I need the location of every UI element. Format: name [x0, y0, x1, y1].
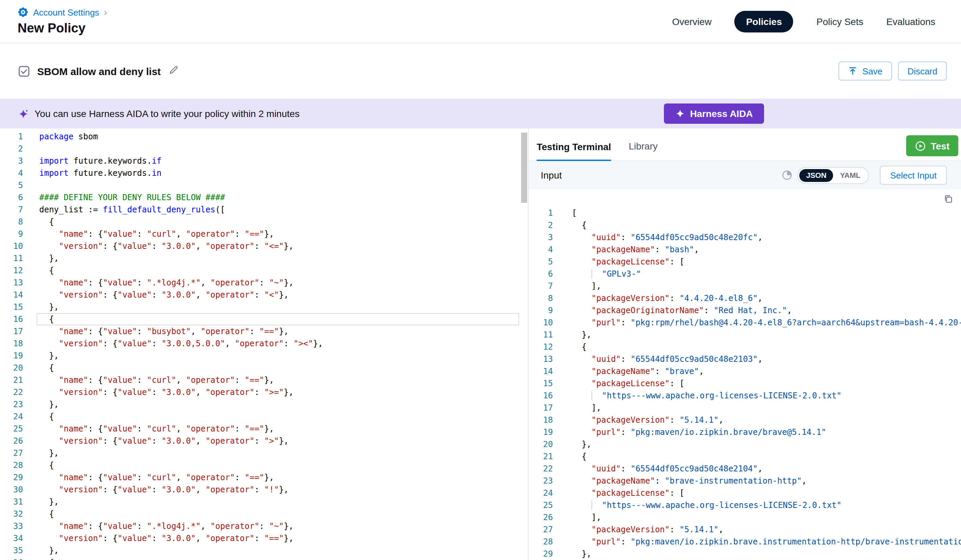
- editor-line[interactable]: 10 "purl": "pkg:rpm/rhel/bash@4.4.20-4.e…: [529, 316, 961, 329]
- editor-line[interactable]: 32 {: [0, 508, 528, 520]
- code-token: : {: [88, 327, 103, 336]
- editor-line[interactable]: 7deny_list := fill_default_deny_rules([: [0, 204, 528, 216]
- editor-line[interactable]: 6#### DEFINE YOUR DENY RULES BELOW ####: [0, 191, 528, 204]
- editor-line[interactable]: 19 "purl": "pkg:maven/io.zipkin.brave/br…: [529, 426, 961, 438]
- editor-line[interactable]: 16 "https---www.apache.org-licenses-LICE…: [529, 390, 961, 402]
- editor-line[interactable]: 5 "packageLicense": [: [529, 256, 961, 268]
- select-input-button[interactable]: Select Input: [880, 166, 947, 185]
- editor-line[interactable]: 23 },: [0, 398, 528, 411]
- toggle-json[interactable]: JSON: [799, 169, 833, 181]
- tab-library[interactable]: Library: [629, 141, 658, 160]
- discard-button[interactable]: Discard: [898, 61, 947, 80]
- editor-line[interactable]: 28 {: [0, 459, 528, 472]
- pie-chart-icon[interactable]: [782, 170, 792, 181]
- editor-line[interactable]: 28 "purl": "pkg:maven/io.zipkin.brave.in…: [529, 536, 961, 548]
- editor-line[interactable]: 27 },: [0, 447, 528, 459]
- editor-line[interactable]: 8 "packageVersion": "4.4.20-4.el8_6",: [529, 292, 961, 304]
- editor-line[interactable]: 26 "version": {"value": "3.0.0", "operat…: [0, 435, 528, 447]
- line-number: 15: [529, 377, 561, 390]
- editor-line[interactable]: 15 },: [0, 301, 528, 313]
- tab-policy-sets[interactable]: Policy Sets: [816, 16, 863, 27]
- tab-overview[interactable]: Overview: [672, 16, 712, 27]
- editor-line[interactable]: 24 {: [0, 411, 528, 423]
- editor-line[interactable]: 1[: [529, 207, 961, 219]
- editor-line[interactable]: 2 {: [529, 219, 961, 231]
- editor-line[interactable]: 19 },: [0, 350, 528, 362]
- save-button[interactable]: Save: [839, 61, 892, 80]
- editor-scrollbar-thumb[interactable]: [521, 133, 527, 203]
- code-token: ,: [802, 476, 806, 486]
- editor-line[interactable]: 30 "version": {"value": "3.0.0", "operat…: [0, 484, 528, 496]
- editor-line[interactable]: 11 },: [529, 329, 961, 341]
- editor-line[interactable]: 29 },: [529, 548, 961, 560]
- editor-line[interactable]: 15 "packageLicense": [: [529, 377, 961, 390]
- editor-line[interactable]: 36 {: [0, 557, 528, 560]
- editor-line[interactable]: 18 "packageVersion": "5.14.1",: [529, 414, 961, 426]
- line-number: 12: [529, 341, 561, 353]
- editor-line[interactable]: 5: [0, 179, 528, 191]
- editor-line[interactable]: 22 "version": {"value": "3.0.0", "operat…: [0, 386, 528, 398]
- editor-line[interactable]: 4import future.keywords.in: [0, 167, 528, 179]
- code-token: "operator": [186, 375, 235, 385]
- harness-aida-button[interactable]: Harness AIDA: [664, 103, 764, 124]
- editor-line[interactable]: 26 ],: [529, 511, 961, 523]
- editor-line[interactable]: 3 "uuid": "65544df05cc9ad50c48e20fc",: [529, 231, 961, 244]
- line-number: 7: [529, 280, 561, 292]
- sparkle-icon: [675, 109, 685, 118]
- editor-line[interactable]: 17 "name": {"value": "busybot", "operato…: [0, 325, 528, 337]
- editor-line[interactable]: 10 "version": {"value": "3.0.0", "operat…: [0, 240, 528, 252]
- editor-line[interactable]: 23 "packageName": "brave-instrumentation…: [529, 475, 961, 487]
- editor-line[interactable]: 21 {: [529, 451, 961, 463]
- code-token: "3.0.0": [161, 241, 196, 251]
- editor-line[interactable]: 9 "name": {"value": "curl", "operator": …: [0, 228, 528, 240]
- editor-line[interactable]: 20 {: [0, 362, 528, 374]
- code-token: [: [572, 208, 577, 218]
- editor-line[interactable]: 6 "GPLv3-": [529, 268, 961, 280]
- code-token: : {: [103, 436, 117, 446]
- editor-line[interactable]: 8 {: [0, 216, 528, 228]
- line-number: 25: [0, 423, 27, 435]
- tab-testing-terminal[interactable]: Testing Terminal: [537, 141, 611, 161]
- editor-line[interactable]: 34 "version": {"value": "3.0.0", "operat…: [0, 532, 528, 544]
- editor-line[interactable]: 12 {: [529, 341, 961, 353]
- code-token: :: [137, 521, 147, 531]
- editor-line[interactable]: 2: [0, 143, 528, 155]
- policy-code-editor[interactable]: 1package sbom23import future.keywords.if…: [0, 128, 528, 560]
- breadcrumb-account-settings[interactable]: Account Settings: [33, 7, 99, 17]
- editor-line[interactable]: 18 "version": {"value": "3.0.0,5.0.0", "…: [0, 337, 528, 350]
- copy-icon[interactable]: [943, 194, 953, 204]
- tab-evaluations[interactable]: Evaluations: [886, 16, 935, 27]
- editor-line[interactable]: 21 "name": {"value": "curl", "operator":…: [0, 374, 528, 386]
- editor-line[interactable]: 12 {: [0, 265, 528, 277]
- editor-line[interactable]: 35 },: [0, 544, 528, 557]
- toggle-yaml[interactable]: YAML: [833, 169, 867, 181]
- editor-line[interactable]: 22 "uuid": "65544df05cc9ad50c48e2104",: [529, 463, 961, 475]
- editor-line[interactable]: 11 },: [0, 252, 528, 265]
- editor-line[interactable]: 13 "name": {"value": ".*log4j.*", "opera…: [0, 277, 528, 289]
- editor-line[interactable]: 4 "packageName": "bash",: [529, 244, 961, 256]
- editor-line[interactable]: 1package sbom: [0, 130, 528, 143]
- editor-line[interactable]: 16 {: [0, 313, 528, 325]
- editor-line[interactable]: 17 ],: [529, 402, 961, 414]
- line-number: 2: [529, 219, 561, 231]
- editor-line[interactable]: 9 "packageOriginatorName": "Red Hat, Inc…: [529, 304, 961, 316]
- upload-arrow-icon: [849, 66, 858, 76]
- code-token: : {: [88, 375, 103, 385]
- test-input-editor[interactable]: 1[2 {3 "uuid": "65544df05cc9ad50c48e20fc…: [529, 189, 961, 560]
- editor-line[interactable]: 25 "name": {"value": "curl", "operator":…: [0, 423, 528, 435]
- editor-line[interactable]: 7 ],: [529, 280, 961, 292]
- editor-line[interactable]: 14 "packageName": "brave",: [529, 365, 961, 377]
- editor-line[interactable]: 33 "name": {"value": ".*log4j.*", "opera…: [0, 520, 528, 532]
- editor-line[interactable]: 24 "packageLicense": [: [529, 487, 961, 499]
- editor-line[interactable]: 31 },: [0, 496, 528, 508]
- editor-line[interactable]: 25 "https---www.apache.org-licenses-LICE…: [529, 499, 961, 511]
- test-button[interactable]: Test: [906, 135, 959, 156]
- editor-line[interactable]: 14 "version": {"value": "3.0.0", "operat…: [0, 289, 528, 301]
- editor-line[interactable]: 29 "name": {"value": "curl", "operator":…: [0, 472, 528, 484]
- editor-line[interactable]: 27 "packageVersion": "5.14.1",: [529, 523, 961, 536]
- edit-policy-name-button[interactable]: [168, 65, 178, 77]
- editor-line[interactable]: 13 "uuid": "65544df05cc9ad50c48e2103",: [529, 353, 961, 365]
- editor-line[interactable]: 20 },: [529, 438, 961, 451]
- editor-line[interactable]: 3import future.keywords.if: [0, 155, 528, 167]
- tab-policies[interactable]: Policies: [734, 10, 794, 32]
